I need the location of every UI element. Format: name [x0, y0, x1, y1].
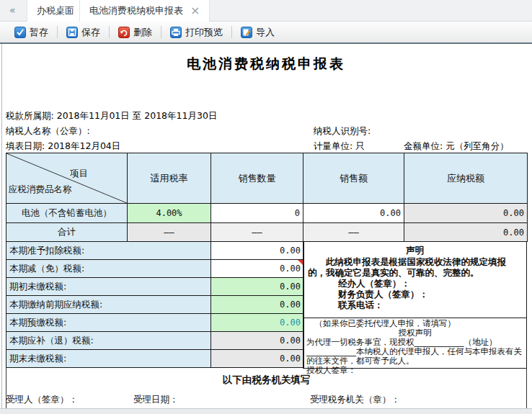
tempsave-button[interactable]: 暂存 [6, 26, 57, 39]
authorization-box: （如果你已委托代理人申报，请填写） 授权声明 为代理一切税务事宜，现授权____… [303, 318, 527, 369]
table-row-total: 合计 —— —— —— 0.00 [6, 223, 528, 242]
close-icon[interactable]: × [190, 5, 200, 17]
tab-label: 办税桌面 [37, 4, 74, 17]
detail-row: 期初未缴税额: 0.00 [6, 278, 304, 296]
import-pencil-icon [241, 27, 252, 38]
rate-cell[interactable]: 4.00% [128, 204, 211, 223]
tempsave-check-icon [14, 27, 26, 38]
tab-bar: « 办税桌面 电池消费税纳税申报表 × [0, 0, 532, 22]
detail-label: 本期准予扣除税额: [6, 242, 211, 260]
quantity-cell[interactable]: 0 [211, 204, 303, 223]
bottom-strip [0, 408, 532, 414]
amount-unit: 金额单位: 元（列至角分） [404, 140, 509, 153]
detail-row: 本期缴纳前期应纳税额: 0.00 [6, 296, 304, 314]
print-preview-button[interactable]: 打印预览 [161, 26, 231, 39]
tab-battery-tax-form[interactable]: 电池消费税纳税申报表 × [79, 0, 210, 22]
finance-officer-label: 财务负责人（签章）： [338, 289, 522, 300]
detail-label: 本期预缴税额: [6, 314, 211, 332]
tax-period: 税款所属期: 2018年11月01日 至 2018年11月30日 [6, 110, 217, 122]
sales-cell: —— [303, 223, 404, 242]
corner-top-label: 项目 [70, 168, 88, 180]
row-label: 合计 [6, 223, 128, 242]
corner-bottom-label: 应税消费品名称 [9, 184, 72, 196]
print-preview-label: 打印预览 [185, 26, 223, 39]
tempsave-label: 暂存 [30, 26, 48, 39]
acceptor-label: 受理人（签章）： [6, 394, 78, 406]
detail-value: 0.00 [211, 296, 304, 314]
import-label: 导入 [256, 26, 275, 39]
detail-value: 0.00 [211, 332, 304, 350]
column-header-tax: 应纳税额 [404, 153, 528, 204]
declaration-body: 此纳税申报表是根据国家税收法律的规定填报的，我确定它是真实的、可靠的、完整的。 [308, 256, 522, 278]
save-label: 保存 [81, 26, 100, 39]
quantity-cell: —— [211, 223, 303, 242]
tax-cell: 0.00 [404, 223, 528, 242]
measure-unit: 计量单位: 只 [314, 140, 365, 153]
import-button[interactable]: 导入 [232, 26, 283, 39]
detail-label: 本期应补（退）税额: [6, 332, 211, 350]
tax-cell: 0.00 [404, 204, 528, 223]
detail-row: 本期应补（退）税额: 0.00 [6, 332, 304, 350]
column-header-quantity: 销售数量 [211, 153, 303, 204]
sales-cell[interactable]: 0.00 [303, 204, 404, 223]
collapse-tabs-icon[interactable]: « [9, 4, 16, 16]
fill-date: 填表日期: 2018年12月04日 [6, 140, 120, 153]
delete-button[interactable]: 删除 [110, 26, 161, 39]
column-header-sales: 销售额 [303, 153, 404, 204]
save-floppy-icon [66, 27, 78, 38]
detail-label: 本期减（免）税额: [6, 260, 211, 278]
print-preview-icon [170, 27, 182, 38]
detail-row: 期末未缴税额: 0.00 [6, 350, 304, 368]
acceptance-date-label: 受理日期： [133, 394, 179, 406]
contact-phone-label: 联系电话： [338, 300, 522, 310]
delete-undo-icon [118, 27, 130, 38]
declaration-heading: 声明 [308, 245, 522, 256]
authority-section-heading: 以下由税务机关填写 [6, 374, 527, 387]
tax-table: 项目 应税消费品名称 适用税率 销售数量 销售额 应纳税额 电池（不含铅蓄电池）… [6, 153, 528, 242]
detail-value-input[interactable]: 0.00 [211, 260, 304, 278]
tab-tax-desktop[interactable]: 办税桌面 [27, 0, 84, 22]
save-button[interactable]: 保存 [58, 26, 109, 39]
row-label: 电池（不含铅蓄电池） [6, 204, 128, 223]
authorization-body: 为代理一切税务事宜，现授权____________（地址）___________… [306, 337, 522, 366]
corner-header-cell: 项目 应税消费品名称 [6, 153, 128, 204]
detail-table: 本期准予扣除税额: 0.00 本期减（免）税额: 0.00 期初未缴税额: 0.… [6, 241, 304, 368]
detail-value: 0.00 [211, 278, 304, 296]
detail-value-input[interactable]: 0.00 [211, 242, 304, 260]
detail-value: 0.00 [211, 314, 304, 332]
rate-cell: —— [128, 223, 211, 242]
content-left-border [1, 44, 2, 414]
detail-label: 本期缴纳前期应纳税额: [6, 296, 211, 314]
taxpayer-id-label: 纳税人识别号: [314, 125, 371, 138]
delete-label: 删除 [133, 26, 152, 39]
toolbar: 暂存 保存 删除 打印预览 导入 [0, 22, 532, 44]
column-header-rate: 适用税率 [128, 153, 211, 204]
tab-label: 电池消费税纳税申报表 [89, 4, 183, 17]
accepting-authority-label: 受理税务机关（章）： [310, 394, 400, 406]
taxpayer-name-label: 纳税人名称（公章）: [6, 125, 90, 138]
declaration-box: 声明 此纳税申报表是根据国家税收法律的规定填报的，我确定它是真实的、可靠的、完整… [303, 241, 527, 318]
detail-value: 0.00 [211, 350, 304, 368]
detail-row: 本期减（免）税额: 0.00 [6, 260, 304, 278]
table-row-battery: 电池（不含铅蓄电池） 4.00% 0 0.00 0.00 [6, 204, 528, 223]
detail-label: 期初未缴税额: [6, 278, 211, 296]
page-title: 电池消费税纳税申报表 [0, 55, 532, 73]
detail-label: 期末未缴税额: [6, 350, 211, 368]
agent-signature-label: 经办人（签章）： [338, 278, 522, 289]
app-window: « 办税桌面 电池消费税纳税申报表 × 暂存 保存 删除 [0, 0, 532, 414]
detail-row: 本期预缴税额: 0.00 [6, 314, 304, 332]
detail-row: 本期准予扣除税额: 0.00 [6, 242, 304, 260]
